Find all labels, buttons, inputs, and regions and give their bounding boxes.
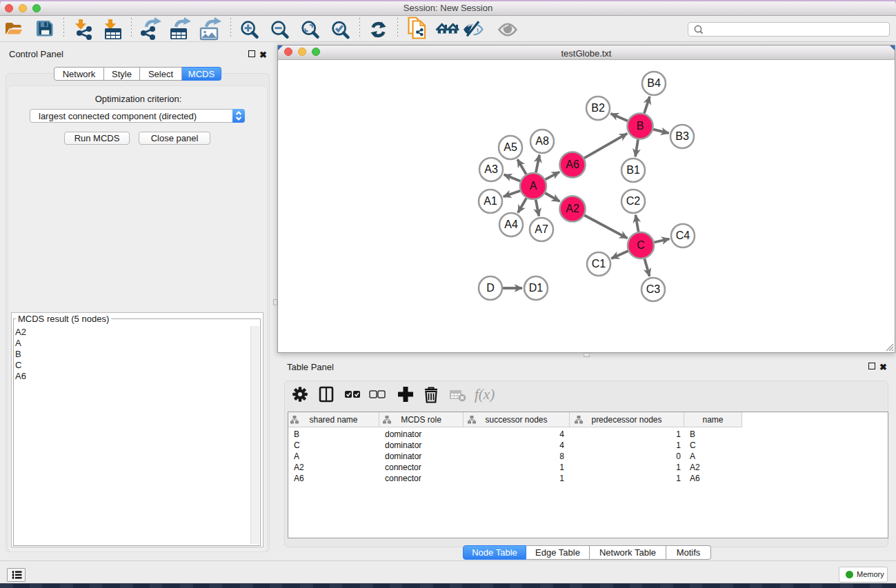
svg-text:B3: B3 — [675, 130, 689, 142]
svg-text:C3: C3 — [646, 283, 661, 295]
svg-text:C2: C2 — [626, 195, 641, 207]
svg-text:C1: C1 — [592, 258, 606, 270]
svg-text:B4: B4 — [647, 77, 661, 89]
svg-text:A: A — [530, 180, 537, 192]
svg-text:A4: A4 — [504, 219, 518, 230]
svg-text:B2: B2 — [591, 102, 605, 114]
svg-text:A3: A3 — [484, 163, 498, 175]
svg-text:A8: A8 — [535, 135, 549, 147]
svg-text:C4: C4 — [676, 230, 690, 241]
svg-text:D1: D1 — [529, 282, 544, 294]
svg-text:A6: A6 — [566, 159, 579, 170]
svg-text:A5: A5 — [504, 141, 517, 153]
svg-text:A1: A1 — [484, 195, 497, 207]
svg-text:D: D — [486, 282, 495, 294]
svg-text:A2: A2 — [566, 203, 579, 214]
svg-text:C: C — [637, 239, 645, 251]
svg-text:B: B — [637, 120, 644, 132]
svg-text:B1: B1 — [626, 164, 640, 176]
svg-text:f(x): f(x) — [475, 386, 495, 403]
svg-text:A7: A7 — [535, 223, 548, 235]
